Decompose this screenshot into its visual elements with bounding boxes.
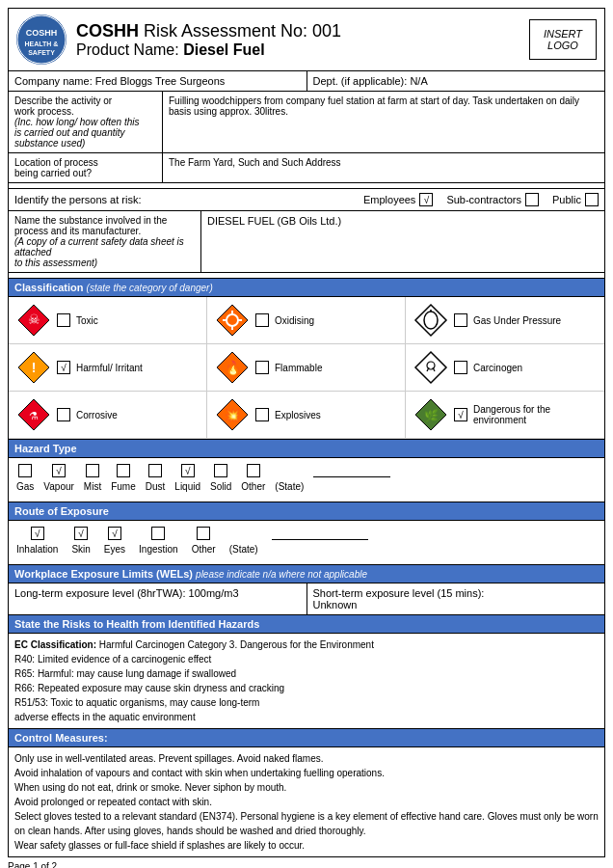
- ctrl-line-3: When using do not eat, drink or smoke. N…: [14, 780, 599, 795]
- exp-skin-checkbox[interactable]: √: [74, 527, 88, 540]
- harmful-icon: !: [16, 350, 51, 385]
- hazard-explosive: 💥 Explosives: [207, 392, 406, 439]
- title-rest: Risk Assessment No: 001: [139, 21, 341, 41]
- type-liquid-label: Liquid: [174, 481, 200, 492]
- hr-line-6: adverse effects in the aquatic environme…: [14, 710, 599, 724]
- toxic-checkbox[interactable]: [57, 313, 70, 327]
- explosive-checkbox[interactable]: [255, 408, 269, 421]
- wel-short-term-label: Short-term exposure level (15 mins):: [313, 587, 600, 599]
- type-fume: Fume: [111, 464, 136, 492]
- gas-checkbox[interactable]: [454, 313, 467, 327]
- harmful-checkbox[interactable]: √: [57, 361, 70, 374]
- public-label: Public: [552, 194, 581, 205]
- type-dust: Dust: [146, 464, 166, 492]
- toxic-icon: ☠: [16, 303, 51, 338]
- environment-label: Dangerous for the environment: [473, 404, 597, 425]
- hr-line-2: R40: Limited evidence of a carcinogenic …: [14, 652, 599, 666]
- environment-icon: 🌿: [413, 397, 448, 432]
- subcontractors-option: Sub-contractors: [446, 193, 539, 206]
- hr-line-5: R51/53: Toxic to aquatic organisms, may …: [14, 695, 599, 710]
- exp-other: Other: [192, 527, 216, 555]
- svg-point-13: [424, 312, 438, 329]
- company-row: Company name: Fred Bloggs Tree Surgeons …: [8, 71, 605, 92]
- describe-row: Describe the activity or work process. (…: [8, 92, 605, 153]
- type-dust-label: Dust: [146, 481, 166, 492]
- type-other: Other: [241, 464, 265, 492]
- subcontractors-checkbox[interactable]: [525, 193, 539, 206]
- identify-options: Employees √ Sub-contractors Public: [363, 193, 599, 206]
- flammable-checkbox[interactable]: [255, 361, 269, 374]
- exp-line: [272, 527, 368, 540]
- gas-label: Gas Under Pressure: [473, 315, 561, 326]
- type-gas-label: Gas: [16, 481, 34, 492]
- type-state-line: [313, 464, 390, 481]
- ctrl-line-2: Avoid inhalation of vapours and contact …: [14, 766, 599, 780]
- state-line: [313, 464, 390, 477]
- flammable-label: Flammable: [275, 363, 322, 373]
- type-liquid: √ Liquid: [174, 464, 200, 492]
- type-liquid-checkbox[interactable]: √: [181, 464, 195, 477]
- type-solid: Solid: [210, 464, 231, 492]
- company-name: Fred Bloggs Tree Surgeons: [95, 75, 226, 87]
- exposure-row: √ Inhalation √ Skin √ Eyes Ingestion Oth…: [8, 521, 605, 565]
- employees-checkbox[interactable]: √: [419, 193, 433, 206]
- toxic-label: Toxic: [76, 315, 98, 326]
- oxidising-checkbox[interactable]: [255, 313, 269, 327]
- type-solid-checkbox[interactable]: [214, 464, 227, 477]
- type-fume-label: Fume: [111, 481, 136, 492]
- exp-state-label: (State): [229, 544, 258, 555]
- ctrl-line-5: Select gloves tested to a relevant stand…: [14, 809, 599, 838]
- coshh-logo: COSHH HEALTH & SAFETY: [16, 14, 67, 65]
- exp-ingestion-checkbox[interactable]: [151, 527, 165, 540]
- type-mist-checkbox[interactable]: [86, 464, 99, 477]
- dept-cell: Dept. (if applicable): N/A: [307, 71, 605, 91]
- footer: Page 1 of 2: [8, 857, 605, 868]
- type-vapour-checkbox[interactable]: √: [52, 464, 66, 477]
- type-fume-checkbox[interactable]: [117, 464, 130, 477]
- corrosive-checkbox[interactable]: [57, 408, 70, 421]
- type-other-label: Other: [241, 481, 265, 492]
- company-label: Company name:: [14, 75, 93, 87]
- wel-long-term: Long-term exposure level (8hrTWA): 100mg…: [9, 583, 307, 614]
- type-state-label: (State): [275, 481, 304, 492]
- hazard-gas: Gas Under Pressure: [406, 297, 604, 344]
- hazard-flammable: 🔥 Flammable: [207, 344, 406, 392]
- public-option: Public: [552, 193, 599, 206]
- hazard-type-row: Gas √ Vapour Mist Fume Dust √ Liquid: [8, 458, 605, 502]
- exp-other-label: Other: [192, 544, 216, 555]
- oxidising-label: Oxidising: [275, 315, 314, 326]
- hazard-corrosive: ⚗ Corrosive: [9, 392, 207, 439]
- type-mist-label: Mist: [84, 481, 101, 492]
- title-coshh: COSHH: [76, 21, 139, 41]
- control-header: Control Measures:: [8, 729, 605, 747]
- type-mist: Mist: [84, 464, 101, 492]
- location-value: The Farm Yard, Such and Such Address: [163, 153, 604, 182]
- type-dust-checkbox[interactable]: [148, 464, 162, 477]
- exp-inhalation-checkbox[interactable]: √: [31, 527, 44, 540]
- exp-eyes: √ Eyes: [104, 527, 125, 555]
- public-checkbox[interactable]: [585, 193, 599, 206]
- describe-label: Describe the activity or work process. (…: [9, 92, 163, 152]
- carcinogen-checkbox[interactable]: [454, 361, 467, 374]
- corrosive-icon: ⚗: [16, 397, 51, 432]
- svg-text:🔥: 🔥: [225, 360, 242, 376]
- classification-header: Classification (state the category of da…: [8, 279, 605, 297]
- type-other-checkbox[interactable]: [247, 464, 260, 477]
- environment-checkbox[interactable]: √: [454, 408, 467, 421]
- svg-point-0: [17, 15, 66, 64]
- exp-other-checkbox[interactable]: [197, 527, 210, 540]
- hazard-environment: 🌿 √ Dangerous for the environment: [406, 392, 604, 439]
- exposure-boxes: √ Inhalation √ Skin √ Eyes Ingestion Oth…: [16, 527, 597, 555]
- exp-inhalation: √ Inhalation: [16, 527, 58, 555]
- classification-grid: ☠ Toxic Oxidising: [8, 297, 605, 440]
- hr-line-3: R65: Harmful: may cause lung damage if s…: [14, 666, 599, 681]
- exp-eyes-checkbox[interactable]: √: [108, 527, 121, 540]
- type-gas-checkbox[interactable]: [18, 464, 32, 477]
- header-text: COSHH Risk Assessment No: 001 Product Na…: [76, 21, 529, 59]
- ctrl-line-6: Wear safety glasses or full-face shield …: [14, 838, 599, 853]
- location-row: Location of process being carried out? T…: [8, 153, 605, 183]
- health-risks-content: EC Classification: Harmful Carcinogen Ca…: [8, 634, 605, 729]
- carcinogen-label: Carcinogen: [473, 363, 522, 373]
- dept-label: Dept. (if applicable):: [313, 75, 408, 87]
- corrosive-label: Corrosive: [76, 410, 118, 420]
